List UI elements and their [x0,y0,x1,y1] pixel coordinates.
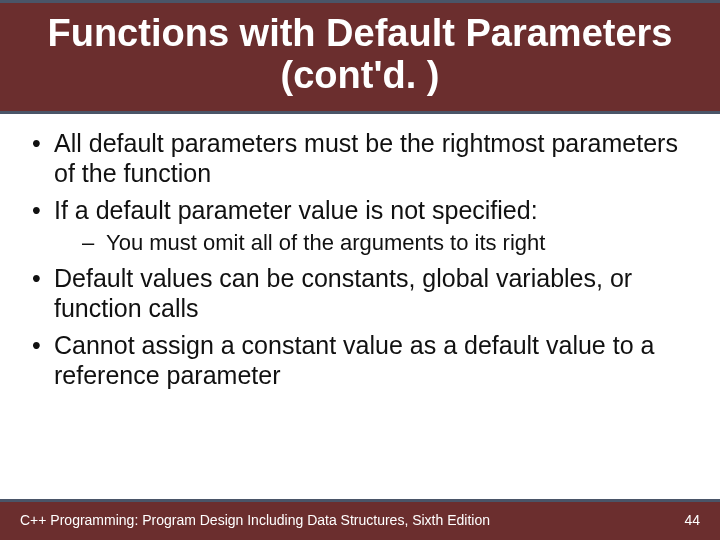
sub-bullet-text: You must omit all of the arguments to it… [106,230,545,255]
slide-footer: C++ Programming: Program Design Includin… [0,499,720,540]
slide-body: All default parameters must be the right… [0,114,720,499]
sub-bullet-list: You must omit all of the arguments to it… [54,229,694,257]
bullet-item: Default values can be constants, global … [26,263,694,324]
bullet-text: Default values can be constants, global … [54,264,632,323]
bullet-item: Cannot assign a constant value as a defa… [26,330,694,391]
bullet-list: All default parameters must be the right… [26,128,694,391]
bullet-text: All default parameters must be the right… [54,129,678,188]
footer-source: C++ Programming: Program Design Includin… [20,512,490,528]
bullet-item: All default parameters must be the right… [26,128,694,189]
footer-page-number: 44 [672,512,700,528]
slide-title: Functions with Default Parameters (cont'… [16,13,704,97]
slide-title-bar: Functions with Default Parameters (cont'… [0,0,720,114]
sub-bullet-item: You must omit all of the arguments to it… [54,229,694,257]
bullet-text: Cannot assign a constant value as a defa… [54,331,654,390]
bullet-item: If a default parameter value is not spec… [26,195,694,257]
bullet-text: If a default parameter value is not spec… [54,196,538,224]
